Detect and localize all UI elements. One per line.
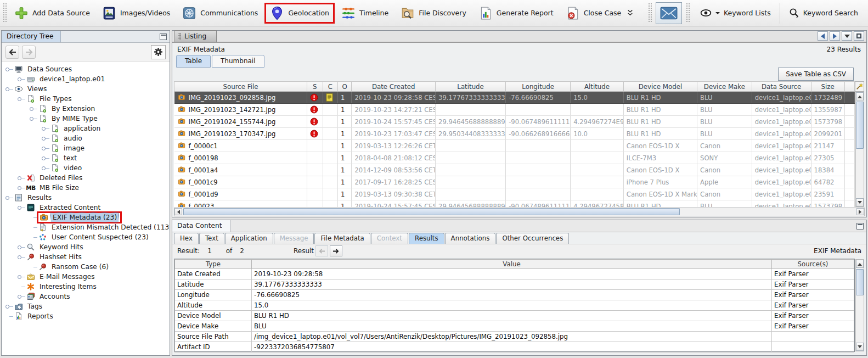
table-row[interactable]: f_0000c112019-03-13 12:26:26 CETCanon EO… [174,140,855,152]
content-tab-annotations[interactable]: Annotations [445,233,496,244]
tree-expander-icon[interactable] [40,127,49,131]
attribute-row[interactable]: Altitude15.0Exif Parser [175,300,854,311]
tree-item-keyword-hits[interactable]: Keyword Hits [2,242,170,252]
chevron-double-down-icon[interactable] [627,9,633,16]
attribute-row[interactable]: Date Created2019-10-23 09:28:58Exif Pars… [175,269,854,279]
tree-item-ransom-case-6[interactable]: Ransom Case (6) [2,262,170,272]
tree-item-reports[interactable]: Reports [2,311,170,321]
directory-tree-tab[interactable]: Directory Tree [2,31,61,42]
tree-expander-icon[interactable] [4,87,13,91]
table-row[interactable]: f_0002312019-10-24 15:57:45 CEST29.94645… [174,200,855,208]
attribute-row[interactable]: Device MakeBLUExif Parser [175,321,854,332]
content-tab-file-metadata[interactable]: File Metadata [314,233,370,244]
column-header-source-file[interactable]: Source File [174,82,307,92]
tree-item-deleted-files[interactable]: Deleted Files [2,173,170,183]
tree-item-device1-laptop-e01[interactable]: device1_laptop.e01 [2,74,170,84]
file-discovery-button[interactable]: File Discovery [395,3,472,24]
scroll-down-button[interactable] [856,343,864,351]
table-row[interactable]: f_00019812018-04-08 21:08:12 CESTILCE-7M… [174,152,855,164]
communications-button[interactable]: Communications [177,3,263,24]
tree-expander-icon[interactable] [40,166,49,170]
tree-item-hashset-hits[interactable]: Hashset Hits [2,252,170,262]
minimize-icon[interactable] [856,223,864,230]
keyword-lists-button[interactable]: Keyword Lists [691,2,780,24]
tree-item-by-mime-type[interactable]: By MIME Type [2,114,170,124]
column-header-latitude[interactable]: Latitude [436,82,506,92]
scrollbar-thumb[interactable] [856,102,864,149]
table-row[interactable]: f_0001a412014-12-09 08:53:56 CETCanon EO… [174,164,855,176]
tab-scroll-right-button[interactable] [830,31,840,41]
scroll-up-button[interactable] [856,92,864,100]
tree-item-accounts[interactable]: Accounts [2,292,170,301]
tree-item-data-sources[interactable]: Data Sources [2,64,170,74]
column-header-c[interactable]: C [323,82,337,92]
content-tab-other-occurrences[interactable]: Other Occurrences [496,233,569,244]
forward-button[interactable] [22,46,36,59]
vertical-scrollbar[interactable] [855,92,864,207]
table-row[interactable]: IMG_20191023_142721.jpg12019-10-23 14:27… [174,104,855,116]
horizontal-scrollbar[interactable] [174,208,865,216]
tree-expander-icon[interactable] [16,295,25,299]
attribute-row[interactable]: Longitude-76.66690825Exif Parser [175,290,854,300]
attribute-row[interactable]: Latitude39.17767333333333Exif Parser [175,279,854,290]
content-tab-results[interactable]: Results [409,233,444,244]
column-header-device-model[interactable]: Device Model [623,82,697,92]
tree-item-text[interactable]: text [2,153,170,163]
timeline-button[interactable]: Timeline [336,3,394,24]
column-header-longitude[interactable]: Longitude [506,82,571,92]
generate-report-button[interactable]: Generate Report [473,3,559,24]
column-header-device-make[interactable]: Device Make [697,82,752,92]
email-messages-button[interactable] [656,2,682,24]
gear-icon[interactable] [151,45,166,59]
images-videos-button[interactable]: Images/Videos [97,3,176,24]
keyword-search-button[interactable]: Keyword Search [780,2,867,24]
tree-item-results[interactable]: Results [2,193,170,203]
attr-column-header-source-s-[interactable]: Source(s) [772,260,854,269]
tree-item-image[interactable]: image [2,143,170,153]
column-header-s[interactable]: S [307,82,323,92]
content-tab-application[interactable]: Application [225,233,273,244]
close-case-button[interactable]: Close Case [560,3,639,24]
scroll-down-button[interactable] [856,198,864,206]
tree-expander-icon[interactable] [16,245,25,249]
tab-listing[interactable]: Listing [174,30,217,42]
tree-expander-icon[interactable] [16,186,25,190]
data-content-tab[interactable]: Data Content [172,220,230,232]
tree-expander-icon[interactable] [28,107,37,111]
minimize-icon[interactable] [160,33,167,40]
content-tab-text[interactable]: Text [199,233,224,244]
column-header-altitude[interactable]: Altitude [571,82,624,92]
column-header-data-source[interactable]: Data Source [752,82,811,92]
tree-item-application[interactable]: application [2,124,170,133]
back-button[interactable] [5,46,19,59]
tree-item-by-extension[interactable]: By Extension [2,104,170,114]
scroll-up-button[interactable] [856,260,864,268]
tree-item-extension-mismatch-detected-113[interactable]: Extension Mismatch Detected (113) [2,222,170,232]
tree-item-user-content-suspected-23[interactable]: User Content Suspected (23) [2,232,170,242]
tree-item-file-types[interactable]: File Types [2,94,170,104]
maximize-button[interactable] [854,31,864,41]
tree-expander-icon[interactable] [40,156,49,160]
view-tab-table[interactable]: Table [176,55,211,68]
tree-expander-icon[interactable] [16,275,25,279]
geolocation-button[interactable]: Geolocation [264,3,335,24]
attr-column-header-value[interactable]: Value [252,260,772,269]
tree-expander-icon[interactable] [40,147,49,150]
tree-item-mb-file-size[interactable]: MBMB File Size [2,183,170,193]
tree-expander-icon[interactable] [40,137,49,141]
scroll-left-button[interactable] [174,208,182,215]
next-result-button[interactable] [330,245,342,256]
attribute-row[interactable]: Source File Path/img_device1_laptop.e01/… [175,332,854,342]
attribute-row[interactable]: Artifact ID-9223372036854775807 [175,342,854,353]
column-header-size[interactable]: Size [811,82,844,92]
tree-item-audio[interactable]: audio [2,133,170,143]
tree-item-interesting-items[interactable]: Interesting Items [2,282,170,292]
table-row[interactable]: f_0001c912017-09-17 16:28:25 CESTiPhone … [174,176,855,188]
table-row[interactable]: IMG_20191024_155744.jpg12019-10-24 15:57… [174,116,855,128]
save-table-csv-button[interactable]: Save Table as CSV [778,68,854,81]
scroll-right-button[interactable] [856,208,864,215]
scrollbar-thumb[interactable] [183,208,680,215]
tree-expander-icon[interactable] [28,117,37,121]
tree-expander-icon[interactable] [4,68,13,71]
column-header-date-created[interactable]: Date Created [352,82,436,92]
